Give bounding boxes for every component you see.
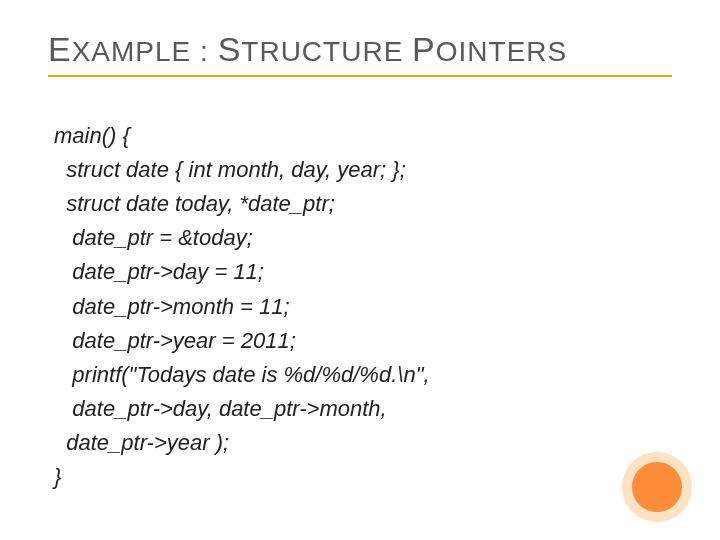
title-tructure: TRUCTURE (241, 36, 403, 67)
code-line: printf("Todays date is %d/%d/%d.\n", (54, 362, 430, 387)
title-space (403, 36, 412, 67)
title-cap-p: P (412, 30, 436, 68)
title-ointers: OINTERS (436, 36, 567, 67)
code-line: date_ptr->month = 11; (54, 294, 290, 319)
code-line: main() { (54, 123, 130, 148)
slide: EXAMPLE : STRUCTURE POINTERS main() { st… (0, 0, 720, 528)
code-line: date_ptr->day = 11; (54, 259, 264, 284)
title-underline (48, 75, 672, 77)
code-line: date_ptr->year = 2011; (54, 328, 296, 353)
code-block: main() { struct date { int month, day, y… (48, 85, 672, 528)
slide-title: EXAMPLE : STRUCTURE POINTERS (48, 30, 672, 73)
title-cap-e: E (48, 30, 72, 68)
code-line: date_ptr->year ); (54, 430, 229, 455)
code-line: struct date { int month, day, year; }; (54, 157, 406, 182)
title-xample: XAMPLE (72, 36, 192, 67)
code-line: date_ptr->day, date_ptr->month, (54, 396, 387, 421)
code-line: struct date today, *date_ptr; (54, 191, 335, 216)
decorative-circle-icon (622, 452, 692, 522)
title-colon: : (191, 36, 217, 67)
code-line: date_ptr = &today; (54, 225, 253, 250)
code-line: } (54, 464, 61, 489)
title-cap-s: S (218, 30, 242, 68)
